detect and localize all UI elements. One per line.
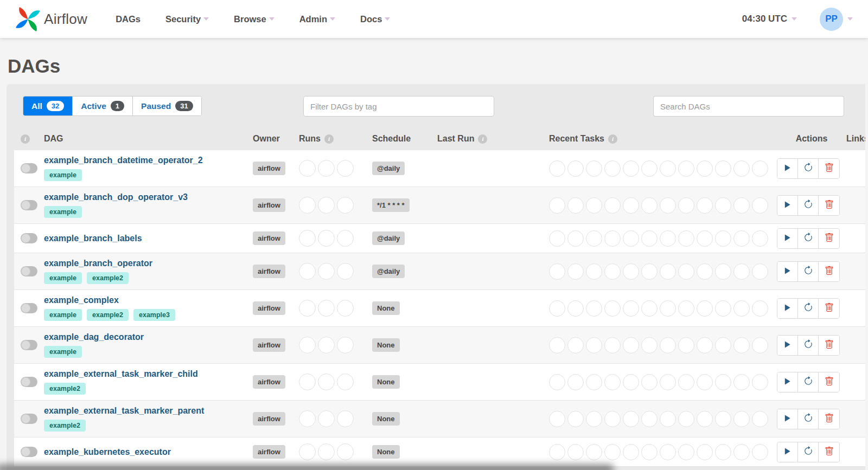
- avatar[interactable]: PP: [820, 8, 843, 31]
- nav-item-dags[interactable]: DAGs: [116, 14, 141, 24]
- task-status-circle[interactable]: [641, 444, 658, 460]
- run-status-circle[interactable]: [318, 337, 335, 353]
- tab-active[interactable]: Active 1: [73, 96, 133, 115]
- trigger-dag-button[interactable]: [777, 262, 798, 281]
- dag-link[interactable]: example_branch_labels: [44, 234, 142, 243]
- task-status-circle[interactable]: [678, 160, 694, 177]
- schedule-badge[interactable]: */1 * * * *: [372, 198, 410, 212]
- task-status-circle[interactable]: [697, 230, 713, 247]
- col-last-run[interactable]: Last Run: [437, 134, 474, 144]
- task-status-circle[interactable]: [641, 374, 658, 390]
- tab-all[interactable]: All 32: [23, 96, 73, 115]
- task-status-circle[interactable]: [660, 230, 676, 247]
- run-status-circle[interactable]: [337, 374, 354, 390]
- run-status-circle[interactable]: [337, 230, 354, 247]
- task-status-circle[interactable]: [623, 374, 639, 390]
- task-status-circle[interactable]: [567, 444, 584, 460]
- dag-pause-toggle[interactable]: [21, 447, 37, 457]
- task-status-circle[interactable]: [715, 197, 731, 214]
- delete-dag-button[interactable]: [819, 159, 839, 178]
- task-status-circle[interactable]: [549, 263, 565, 280]
- schedule-badge[interactable]: None: [372, 375, 400, 389]
- dag-pause-toggle[interactable]: [21, 233, 37, 243]
- task-status-circle[interactable]: [586, 263, 602, 280]
- dag-link[interactable]: example_dag_decorator: [44, 332, 144, 342]
- task-status-circle[interactable]: [623, 444, 639, 460]
- task-status-circle[interactable]: [549, 197, 565, 214]
- task-status-circle[interactable]: [549, 411, 565, 427]
- task-status-circle[interactable]: [623, 300, 639, 317]
- trigger-dag-button[interactable]: [777, 196, 798, 215]
- run-status-circle[interactable]: [318, 263, 335, 280]
- col-schedule[interactable]: Schedule: [372, 134, 411, 144]
- dag-tag[interactable]: example: [44, 169, 82, 181]
- schedule-badge[interactable]: None: [372, 445, 400, 459]
- run-status-circle[interactable]: [318, 300, 335, 317]
- run-status-circle[interactable]: [299, 374, 316, 390]
- task-status-circle[interactable]: [715, 444, 731, 460]
- run-status-circle[interactable]: [318, 160, 335, 177]
- task-status-circle[interactable]: [586, 444, 602, 460]
- task-status-circle[interactable]: [752, 197, 768, 214]
- task-status-circle[interactable]: [567, 160, 584, 177]
- task-status-circle[interactable]: [697, 374, 713, 390]
- task-status-circle[interactable]: [715, 411, 731, 427]
- task-status-circle[interactable]: [752, 160, 768, 177]
- task-status-circle[interactable]: [641, 197, 658, 214]
- task-status-circle[interactable]: [660, 160, 676, 177]
- run-status-circle[interactable]: [318, 197, 335, 214]
- dag-pause-toggle[interactable]: [21, 377, 37, 387]
- task-status-circle[interactable]: [752, 374, 768, 390]
- dag-tag[interactable]: example: [44, 309, 82, 321]
- nav-item-docs[interactable]: Docs: [360, 14, 390, 24]
- task-status-circle[interactable]: [623, 411, 639, 427]
- task-status-circle[interactable]: [678, 411, 694, 427]
- task-status-circle[interactable]: [733, 411, 750, 427]
- task-status-circle[interactable]: [697, 444, 713, 460]
- info-icon[interactable]: i: [324, 134, 334, 144]
- task-status-circle[interactable]: [678, 374, 694, 390]
- task-status-circle[interactable]: [678, 263, 694, 280]
- task-status-circle[interactable]: [752, 337, 768, 353]
- task-status-circle[interactable]: [733, 230, 750, 247]
- run-status-circle[interactable]: [337, 197, 354, 214]
- task-status-circle[interactable]: [752, 263, 768, 280]
- refresh-dag-button[interactable]: [798, 372, 819, 392]
- refresh-dag-button[interactable]: [798, 159, 819, 178]
- dag-link[interactable]: example_complex: [44, 295, 119, 305]
- refresh-dag-button[interactable]: [798, 196, 819, 215]
- trigger-dag-button[interactable]: [777, 442, 798, 462]
- task-status-circle[interactable]: [733, 263, 750, 280]
- dag-pause-toggle[interactable]: [21, 163, 37, 173]
- tag-filter-input[interactable]: [303, 96, 494, 117]
- run-status-circle[interactable]: [318, 443, 335, 460]
- task-status-circle[interactable]: [623, 197, 639, 214]
- run-status-circle[interactable]: [299, 410, 316, 427]
- task-status-circle[interactable]: [604, 230, 621, 247]
- task-status-circle[interactable]: [567, 230, 584, 247]
- timezone-selector[interactable]: 04:30 UTC: [742, 14, 797, 24]
- task-status-circle[interactable]: [715, 374, 731, 390]
- task-status-circle[interactable]: [715, 263, 731, 280]
- task-status-circle[interactable]: [678, 444, 694, 460]
- run-status-circle[interactable]: [299, 443, 316, 460]
- schedule-badge[interactable]: @daily: [372, 231, 405, 245]
- task-status-circle[interactable]: [586, 411, 602, 427]
- delete-dag-button[interactable]: [819, 409, 839, 429]
- run-status-circle[interactable]: [318, 410, 335, 427]
- refresh-dag-button[interactable]: [798, 336, 819, 355]
- task-status-circle[interactable]: [604, 160, 621, 177]
- dag-tag[interactable]: example2: [87, 309, 129, 321]
- task-status-circle[interactable]: [549, 374, 565, 390]
- dag-pause-toggle[interactable]: [21, 200, 37, 210]
- dag-link[interactable]: example_branch_datetime_operator_2: [44, 156, 203, 165]
- task-status-circle[interactable]: [715, 160, 731, 177]
- tab-paused[interactable]: Paused 31: [133, 96, 201, 115]
- task-status-circle[interactable]: [641, 160, 658, 177]
- task-status-circle[interactable]: [678, 197, 694, 214]
- run-status-circle[interactable]: [318, 230, 335, 247]
- dag-link[interactable]: example_external_task_marker_parent: [44, 406, 204, 416]
- info-icon[interactable]: i: [478, 134, 487, 144]
- run-status-circle[interactable]: [337, 410, 354, 427]
- task-status-circle[interactable]: [623, 160, 639, 177]
